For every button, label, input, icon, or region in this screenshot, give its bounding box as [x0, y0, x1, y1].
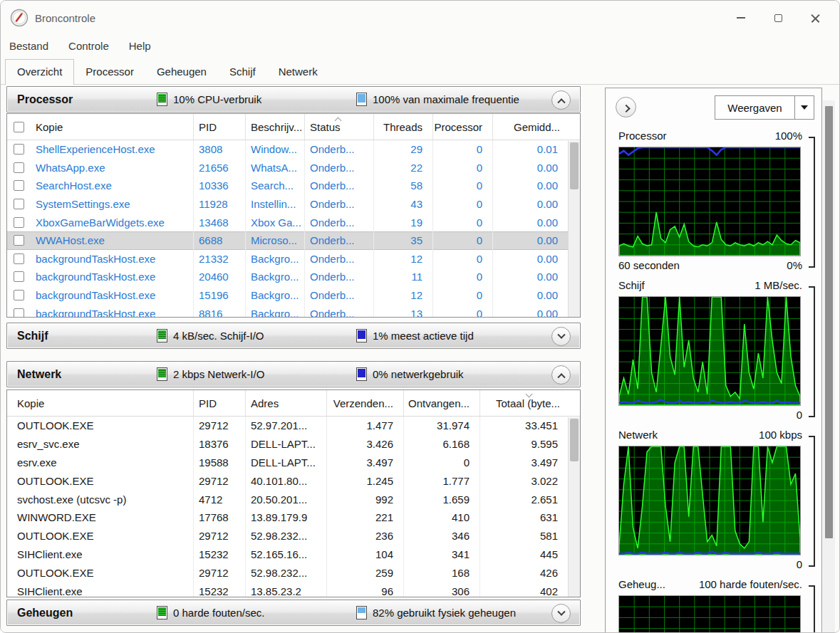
minimize-button[interactable] [722, 4, 759, 32]
table-row[interactable]: backgroundTaskHost.exe20460Backgro...Ond… [7, 268, 568, 286]
cell-name: ShellExperienceHost.exe [31, 140, 194, 159]
row-checkbox[interactable] [14, 162, 24, 173]
header-kopie[interactable]: Kopie [31, 114, 194, 140]
table-row[interactable]: backgroundTaskHost.exe8816Backgro...Onde… [7, 304, 568, 317]
cell-recv: 410 [404, 508, 480, 527]
views-dropdown-button[interactable]: Weergaven [715, 95, 814, 120]
row-checkbox[interactable] [14, 253, 24, 264]
cell-desc: WhatsA... [246, 159, 305, 177]
header-kopie[interactable]: Kopie [7, 390, 194, 416]
row-checkbox[interactable] [14, 144, 24, 155]
disk-io-meter-icon [157, 329, 167, 342]
collapse-processor-button[interactable] [551, 90, 571, 110]
net-table-scrollbar[interactable] [568, 417, 580, 597]
table-row[interactable]: WWAHost.exe6688Microso...Onderb...3500.0… [7, 231, 568, 250]
tab-schijf[interactable]: Schijf [218, 60, 267, 84]
cell-recv: 6.168 [404, 435, 480, 454]
table-row[interactable]: OUTLOOK.EXE2971252.98.232...236346581 [7, 527, 568, 545]
table-row[interactable]: svchost.exe (utcsvc -p)471220.50.201...9… [7, 490, 568, 508]
table-row[interactable]: esrv_svc.exe18376DELL-LAPT...3.4266.1689… [7, 435, 568, 454]
table-row[interactable]: esrv.exe19588DELL-LAPT...3.49703.497 [7, 454, 568, 472]
tab-processor[interactable]: Processor [74, 60, 145, 84]
cpu-frequency-stat: 100% van maximale frequentie [373, 93, 519, 105]
table-row[interactable]: SIHClient.exe1523213.85.23.296306402 [7, 582, 568, 597]
header-pid[interactable]: PID [194, 114, 246, 140]
cell-name: backgroundTaskHost.exe [31, 250, 194, 268]
table-row[interactable]: backgroundTaskHost.exe15196Backgro...Ond… [7, 286, 568, 305]
cell-name: backgroundTaskHost.exe [31, 286, 194, 305]
cell-pid: 13468 [194, 213, 246, 231]
menu-controle[interactable]: Controle [68, 40, 109, 52]
header-beschrijving[interactable]: Beschrijv... [246, 114, 305, 140]
cpu-table-scrollbar[interactable] [568, 141, 580, 317]
header-pid[interactable]: PID [194, 390, 246, 416]
table-row[interactable]: ShellExperienceHost.exe3808Window...Onde… [7, 140, 568, 159]
table-row[interactable]: WhatsApp.exe21656WhatsA...Onderb...2200.… [7, 159, 568, 177]
menu-bestand[interactable]: Bestand [9, 40, 48, 52]
collapse-panel-button[interactable] [616, 97, 636, 117]
header-threads[interactable]: Threads [374, 114, 433, 140]
menu-help[interactable]: Help [129, 40, 151, 52]
app-icon [10, 9, 28, 27]
row-checkbox[interactable] [14, 290, 24, 300]
row-checkbox[interactable] [14, 180, 24, 191]
cell-total: 3.022 [480, 471, 568, 490]
header-gemiddelde[interactable]: Gemidd... [493, 114, 580, 140]
row-checkbox[interactable] [14, 235, 24, 246]
table-row[interactable]: OUTLOOK.EXE2971252.98.232...259168426 [7, 563, 568, 582]
chevron-up-icon [557, 373, 565, 381]
table-row[interactable]: OUTLOOK.EXE2971240.101.80...1.2451.7773.… [7, 471, 568, 490]
table-row[interactable]: backgroundTaskHost.exe21332Backgro...Ond… [7, 250, 568, 268]
cell-total: 402 [480, 582, 568, 597]
network-io-meter-icon [157, 367, 167, 381]
header-totaal[interactable]: Totaal (byte... [480, 390, 580, 416]
cell-name: OUTLOOK.EXE [7, 471, 194, 490]
table-row[interactable]: SIHClient.exe1523252.165.16...104341445 [7, 545, 568, 564]
tab-netwerk[interactable]: Netwerk [267, 60, 329, 84]
cpu-usage-meter-icon [157, 93, 167, 106]
net-scrollbar-thumb[interactable] [570, 419, 579, 461]
main-scrollbar[interactable] [823, 100, 835, 632]
graph-title: Processor [618, 130, 667, 142]
main-scrollbar-thumb[interactable] [825, 106, 833, 538]
select-all-checkbox[interactable] [14, 122, 24, 132]
expand-geheugen-button[interactable] [551, 604, 571, 623]
triangle-down-icon [801, 105, 808, 110]
scale-bracket [809, 137, 815, 268]
cell-pid: 29712 [194, 563, 246, 582]
tab-overzicht[interactable]: Overzicht [5, 59, 74, 85]
cell-name: SearchHost.exe [31, 177, 194, 195]
header-status[interactable]: Status [305, 114, 374, 140]
cell-pid: 6688 [194, 231, 246, 250]
header-adres[interactable]: Adres [246, 390, 327, 416]
table-row[interactable]: SystemSettings.exe11928Instellin...Onder… [7, 195, 568, 214]
header-processor[interactable]: Processor [433, 114, 493, 140]
expand-schijf-button[interactable] [551, 327, 571, 346]
header-ontvangen[interactable]: Ontvangen... [404, 390, 480, 416]
table-row[interactable]: OUTLOOK.EXE2971252.97.201...1.47731.9743… [7, 417, 568, 435]
cpu-scrollbar-thumb[interactable] [570, 142, 579, 189]
cell-desc: Window... [246, 140, 305, 159]
collapse-netwerk-button[interactable] [551, 365, 571, 384]
cell-avg: 0.00 [493, 268, 568, 286]
cell-recv: 168 [404, 563, 480, 582]
row-checkbox[interactable] [14, 199, 24, 209]
cell-avg: 0.00 [493, 177, 568, 195]
header-verzenden[interactable]: Verzenden... [327, 390, 404, 416]
scale-bracket [809, 286, 815, 417]
cell-pid: 29712 [194, 417, 246, 435]
row-checkbox[interactable] [14, 271, 24, 282]
row-checkbox[interactable] [14, 217, 24, 228]
maximize-button[interactable] [759, 4, 797, 32]
table-row[interactable]: SearchHost.exe10336Search...Onderb...580… [7, 177, 568, 195]
cell-status: Onderb... [305, 177, 374, 195]
close-button[interactable] [797, 4, 834, 32]
row-checkbox[interactable] [14, 308, 24, 317]
cell-name: OUTLOOK.EXE [7, 527, 194, 545]
table-row[interactable]: WINWORD.EXE1776813.89.179.9221410631 [7, 508, 568, 527]
cell-pid: 17768 [194, 508, 246, 527]
table-row[interactable]: XboxGameBarWidgets.exe13468Xbox Ga...Ond… [7, 213, 568, 231]
section-header-schijf: Schijf 4 kB/sec. Schijf-I/O 1% meest act… [6, 323, 581, 349]
tab-geheugen[interactable]: Geheugen [145, 60, 218, 84]
cell-total: 445 [480, 545, 568, 564]
